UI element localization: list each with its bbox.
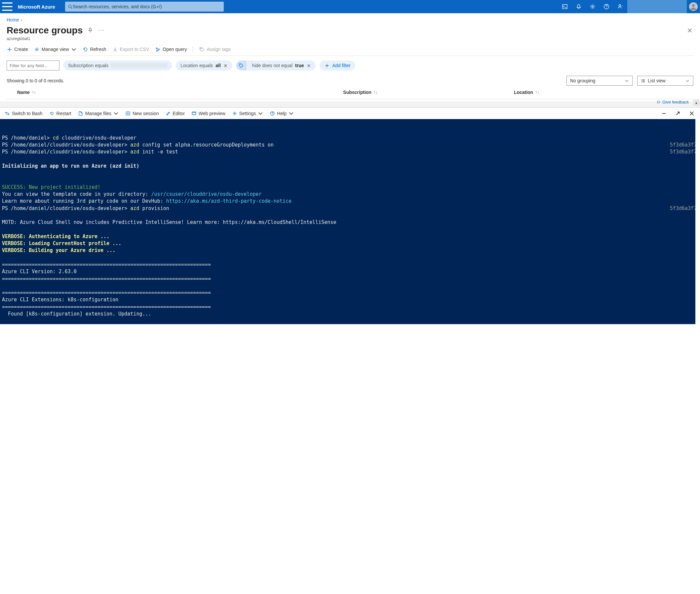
terminal-line: PS /home/daniel/clouddrive/osdu-develope… (2, 141, 698, 148)
give-feedback-link[interactable]: Give feedback (657, 100, 689, 104)
add-filter-label: Add filter (332, 63, 351, 68)
field-filter-input[interactable] (7, 61, 60, 70)
maximize-shell-icon[interactable] (674, 110, 681, 117)
filter-row: Subscription equals Location equals all … (7, 56, 693, 74)
column-subscription[interactable]: Subscription ↑↓ (343, 90, 514, 95)
subscription-filter-pill[interactable]: Subscription equals (64, 61, 172, 70)
terminal-line (2, 176, 698, 184)
create-button[interactable]: Create (7, 46, 28, 52)
svg-rect-14 (192, 112, 196, 115)
feedback-link-icon (657, 100, 661, 104)
terminal-line: MOTD: Azure Cloud Shell now includes Pre… (2, 219, 698, 226)
scroll-up-button[interactable]: ▲ (693, 99, 699, 106)
title-row: Resource groups ··· (7, 25, 693, 36)
hide-filter-value: true (295, 63, 304, 68)
global-search[interactable] (65, 2, 224, 11)
terminal-line: PS /home/daniel/clouddrive/osdu-develope… (2, 205, 698, 212)
terminal-line: Azure CLI Version: 2.63.0 (2, 268, 698, 275)
web-preview-button[interactable]: Web preview (191, 111, 225, 116)
help-icon[interactable] (599, 0, 614, 13)
terminal-line: ========================================… (2, 289, 698, 296)
svg-point-0 (68, 5, 71, 8)
grouping-select[interactable]: No grouping (566, 76, 633, 86)
manage-view-button[interactable]: Manage view (34, 46, 77, 52)
feedback-icon[interactable] (614, 0, 627, 13)
new-session-button[interactable]: New session (125, 111, 159, 116)
cloud-shell-icon[interactable] (558, 0, 572, 13)
clear-hide-filter-icon[interactable]: ✕ (307, 63, 311, 68)
hamburger-menu[interactable] (0, 0, 14, 14)
terminal-line: ========================================… (2, 304, 698, 310)
separator (193, 46, 193, 52)
sort-icon: ↑↓ (535, 90, 539, 95)
view-mode-select[interactable]: List view (637, 76, 693, 86)
web-preview-label: Web preview (199, 111, 225, 116)
column-name[interactable]: Name ↑↓ (9, 90, 343, 95)
chevron-down-icon (258, 111, 263, 116)
shell-help-label: Help (277, 111, 286, 116)
brand-label[interactable]: Microsoft Azure (14, 4, 65, 9)
subscription-filter-label: Subscription equals (68, 63, 108, 68)
clear-location-filter-icon[interactable]: ✕ (223, 63, 228, 68)
chevron-right-icon: › (21, 17, 23, 23)
notifications-icon[interactable] (572, 0, 586, 13)
close-shell-icon[interactable] (688, 110, 695, 117)
location-filter-label: Location equals (180, 63, 213, 68)
restart-button[interactable]: Restart (49, 111, 71, 116)
give-feedback-label: Give feedback (662, 100, 689, 104)
switch-to-bash-button[interactable]: Switch to Bash (5, 111, 43, 116)
new-session-label: New session (133, 111, 159, 116)
switch-to-bash-label: Switch to Bash (12, 111, 43, 116)
terminal-line (2, 226, 698, 233)
breadcrumb-home[interactable]: Home (7, 17, 19, 23)
more-icon[interactable]: ··· (98, 27, 105, 34)
pin-icon[interactable] (86, 27, 94, 34)
terminal-scrollbar[interactable] (695, 119, 700, 324)
create-label: Create (14, 46, 28, 52)
assign-tags-label: Assign tags (207, 46, 230, 52)
hide-filter-pill[interactable]: hide does not equal true ✕ (236, 61, 316, 70)
chevron-down-icon (625, 79, 629, 83)
cloud-shell-terminal[interactable]: PS /home/daniel> cd clouddrive/osdu-deve… (0, 119, 700, 324)
add-filter-button[interactable]: Add filter (320, 61, 355, 70)
sort-icon: ↑↓ (32, 90, 36, 95)
cloud-shell-toolbar: Switch to Bash Restart Manage files New … (0, 107, 700, 119)
svg-point-15 (234, 113, 235, 114)
open-query-label: Open query (163, 46, 187, 52)
subscription-filter-value-redacted (111, 63, 167, 68)
svg-point-2 (592, 6, 594, 8)
account-block[interactable] (627, 0, 687, 13)
column-name-label: Name (17, 90, 30, 95)
chevron-down-icon (288, 111, 294, 116)
minimize-shell-icon[interactable] (660, 110, 668, 117)
azure-top-bar: Microsoft Azure (0, 0, 700, 13)
terminal-line: ========================================… (2, 275, 698, 283)
page-body: Home › Resource groups ··· azureglobal1 … (0, 13, 700, 99)
terminal-line: PS /home/daniel/clouddrive/osdu-develope… (2, 148, 698, 156)
column-location[interactable]: Location ↑↓ (514, 90, 685, 95)
terminal-line (2, 254, 698, 261)
shell-help-button[interactable]: Help (270, 111, 294, 116)
sort-icon: ↑↓ (374, 90, 378, 95)
open-query-button[interactable]: Open query (155, 46, 187, 52)
avatar[interactable] (687, 0, 700, 13)
location-filter-pill[interactable]: Location equals all ✕ (176, 61, 232, 70)
editor-button[interactable]: Editor (166, 111, 185, 116)
refresh-button[interactable]: Refresh (83, 46, 106, 52)
close-blade-icon[interactable] (686, 27, 693, 34)
feedback-strip: Give feedback ▲ (0, 101, 700, 107)
terminal-line: VERBOSE: Loading CurrentHost profile ... (2, 240, 698, 247)
shell-settings-button[interactable]: Settings (232, 111, 264, 116)
search-input[interactable] (73, 4, 221, 9)
directory-subtitle: azureglobal1 (7, 36, 693, 41)
list-icon (641, 79, 645, 83)
grouping-value: No grouping (570, 78, 622, 84)
settings-gear-icon[interactable] (586, 0, 599, 13)
terminal-line: You can view the template code in your d… (2, 191, 698, 198)
breadcrumb: Home › (7, 17, 693, 23)
terminal-line: ========================================… (2, 261, 698, 268)
manage-files-label: Manage files (85, 111, 111, 116)
manage-files-button[interactable]: Manage files (78, 111, 119, 116)
svg-point-6 (692, 4, 695, 7)
record-count-text: Showing 0 to 0 of 0 records. (7, 78, 64, 84)
